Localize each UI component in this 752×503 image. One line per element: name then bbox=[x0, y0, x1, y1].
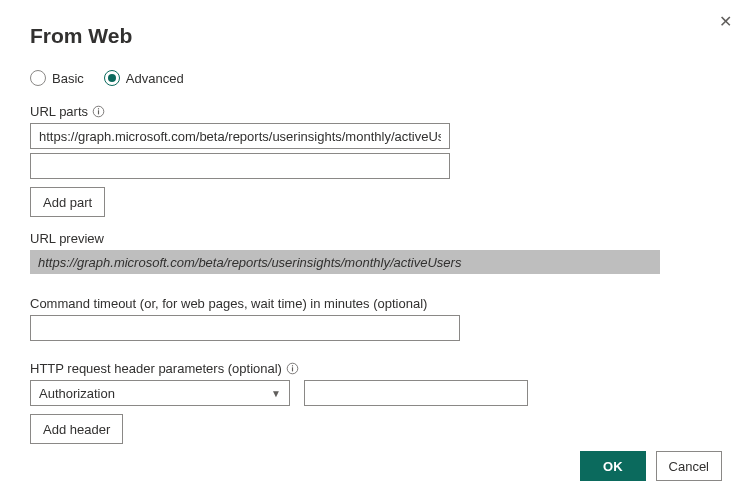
ok-button[interactable]: OK bbox=[580, 451, 646, 481]
cancel-button[interactable]: Cancel bbox=[656, 451, 722, 481]
info-icon[interactable] bbox=[92, 105, 105, 118]
add-part-button[interactable]: Add part bbox=[30, 187, 105, 217]
radio-icon bbox=[104, 70, 120, 86]
command-timeout-label: Command timeout (or, for web pages, wait… bbox=[30, 296, 722, 311]
dialog-title: From Web bbox=[30, 24, 722, 48]
chevron-down-icon: ▼ bbox=[271, 388, 281, 399]
header-value-input[interactable] bbox=[304, 380, 528, 406]
url-part-2-input[interactable] bbox=[30, 153, 450, 179]
svg-rect-5 bbox=[292, 365, 293, 366]
svg-rect-4 bbox=[292, 367, 293, 371]
url-part-1-input[interactable] bbox=[30, 123, 450, 149]
url-parts-label: URL parts bbox=[30, 104, 722, 119]
url-preview-value: https://graph.microsoft.com/beta/reports… bbox=[30, 250, 660, 274]
header-key-selected: Authorization bbox=[39, 386, 115, 401]
dialog-footer: OK Cancel bbox=[580, 451, 722, 481]
mode-advanced-radio[interactable]: Advanced bbox=[104, 70, 184, 86]
url-preview-label: URL preview bbox=[30, 231, 722, 246]
svg-rect-1 bbox=[98, 110, 99, 114]
radio-icon bbox=[30, 70, 46, 86]
command-timeout-input[interactable] bbox=[30, 315, 460, 341]
http-headers-label: HTTP request header parameters (optional… bbox=[30, 361, 722, 376]
add-header-button[interactable]: Add header bbox=[30, 414, 123, 444]
svg-rect-2 bbox=[98, 108, 99, 109]
info-icon[interactable] bbox=[286, 362, 299, 375]
header-key-dropdown[interactable]: Authorization ▼ bbox=[30, 380, 290, 406]
mode-radio-group: Basic Advanced bbox=[30, 70, 722, 86]
mode-basic-radio[interactable]: Basic bbox=[30, 70, 84, 86]
close-icon[interactable]: ✕ bbox=[719, 14, 732, 30]
mode-basic-label: Basic bbox=[52, 71, 84, 86]
mode-advanced-label: Advanced bbox=[126, 71, 184, 86]
